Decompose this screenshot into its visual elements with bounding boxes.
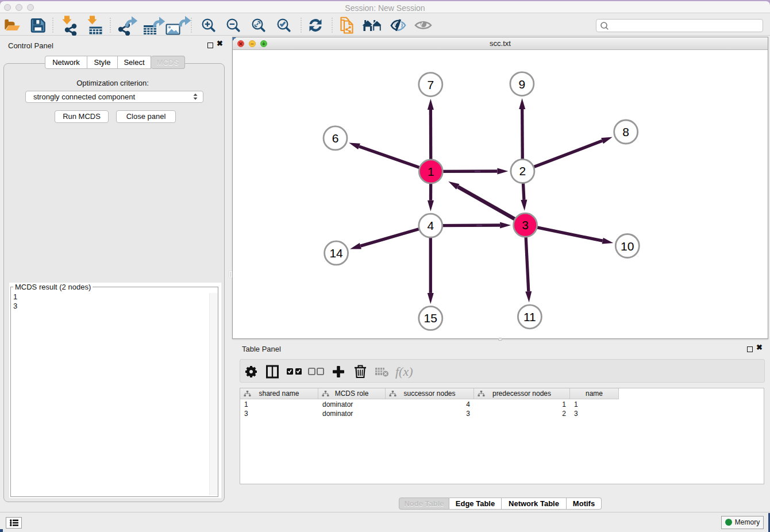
svg-text:3: 3 bbox=[522, 218, 529, 232]
svg-text:15: 15 bbox=[424, 311, 437, 325]
svg-text:8: 8 bbox=[622, 125, 629, 138]
svg-text:7: 7 bbox=[427, 78, 434, 91]
svg-text:4: 4 bbox=[427, 219, 434, 232]
svg-text:11: 11 bbox=[523, 310, 536, 323]
svg-text:10: 10 bbox=[621, 240, 634, 253]
svg-text:1: 1 bbox=[428, 165, 434, 178]
svg-text:6: 6 bbox=[332, 132, 339, 145]
svg-text:f(x): f(x) bbox=[395, 364, 413, 379]
svg-text:2: 2 bbox=[519, 164, 526, 178]
svg-text:14: 14 bbox=[329, 246, 343, 260]
svg-text:9: 9 bbox=[519, 78, 526, 91]
